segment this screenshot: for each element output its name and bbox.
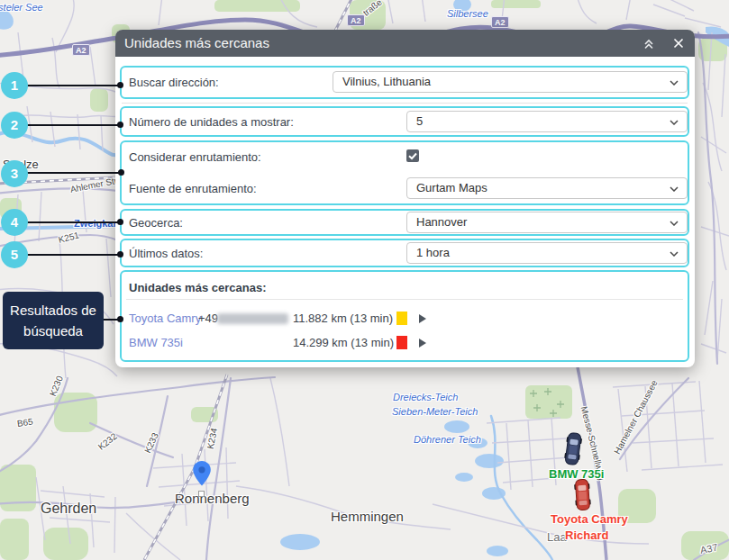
check-icon [406, 149, 419, 162]
unit-phone-prefix: +49 [198, 312, 218, 325]
map-label-k232: K232 [96, 431, 119, 452]
unit-count-select[interactable]: 5 [406, 111, 688, 132]
callout-badge-2: 2 [1, 112, 28, 139]
road-shield-a2: A2 [72, 44, 90, 56]
routing-source-label: Fuente de enrutamiento: [129, 182, 257, 195]
map-label-a37: A37 [699, 542, 718, 555]
callout-badge-3: 3 [1, 160, 28, 187]
chevron-down-icon [670, 251, 679, 257]
routing-source-value: Gurtam Maps [416, 181, 488, 194]
address-combobox[interactable]: Vilnius, Lithuania [333, 71, 688, 93]
callout-line-2 [25, 124, 120, 126]
routing-checkbox[interactable] [406, 149, 419, 162]
map-label-ronnenberg: Ronnenberg [175, 491, 250, 506]
row-divider [122, 103, 688, 104]
map-label-k234: K234 [205, 428, 220, 450]
address-value: Vilnius, Lithuania [342, 75, 431, 88]
phone-number-redacted [217, 313, 288, 324]
routing-source-select[interactable]: Gurtam Maps [406, 177, 688, 199]
map-label-b65: B65 [16, 417, 33, 429]
map-label-richard: Richard [565, 528, 608, 542]
unit-distance: 11.882 km (13 min) [293, 312, 393, 325]
geofence-value: Hannover [416, 215, 467, 229]
chevron-double-up-icon[interactable] [642, 37, 655, 50]
callout-dot-5 [117, 251, 123, 257]
map-label-gehrden: Gehrden [41, 501, 96, 517]
map-label-k233: K233 [142, 431, 160, 455]
pin-base-marker [198, 491, 205, 497]
geofence-select[interactable]: Hannover [406, 212, 688, 233]
map-label-laa: Laa [547, 530, 567, 544]
toyota-car-icon[interactable] [573, 477, 593, 512]
callout-badge-4: 4 [1, 209, 28, 236]
field-geofence: Geocerca: Hannover [120, 209, 689, 236]
road-shield-a2: A2 [347, 14, 365, 26]
results-panel: Unidades más cercanas: Toyota Camry +49 … [120, 270, 689, 362]
search-address-label: Buscar dirección: [129, 76, 219, 89]
last-data-value: 1 hora [416, 246, 450, 259]
play-icon[interactable] [419, 339, 426, 348]
chevron-down-icon [670, 221, 679, 226]
unit-color-swatch [396, 312, 407, 325]
map-label-sieben-meter-teich: Sieben-Meter-Teich [392, 406, 478, 417]
map-label-osteler-see: osteler See [0, 2, 43, 13]
map-label-toyota-camry: Toyota Camry [551, 512, 628, 526]
map-label-d-hrener-teich: Döhrener Teich [414, 434, 481, 445]
callout-line-3 [25, 172, 122, 174]
field-routing-group: Considerar enrutamiento: Fuente de enrut… [120, 140, 689, 205]
map-label-hamelner-chaussee: Hamelner Chaussee [612, 378, 660, 456]
map-pin-icon[interactable] [192, 460, 212, 487]
app-screen: osteler SeeSilberseeDreiecks-TeichSieben… [0, 0, 729, 560]
unit-link-bmw[interactable]: BMW 735i [129, 336, 183, 349]
callout-dot-3 [118, 169, 124, 176]
field-search-address: Buscar dirección: Vilnius, Lithuania [120, 66, 689, 99]
map-label-k251: K251 [58, 230, 80, 245]
last-data-label: Últimos datos: [129, 247, 203, 260]
road-shield-a2: A2 [491, 16, 509, 28]
nearest-units-dialog: Unidades más cercanas Buscar dirección: … [115, 30, 695, 367]
callout-dot-1 [117, 82, 123, 88]
map-label-k230: K230 [48, 375, 65, 398]
unit-distance: 14.299 km (13 min) [293, 336, 394, 349]
unit-color-swatch [396, 336, 407, 349]
callout-line-1 [25, 85, 120, 86]
search-results-label: Resultados de búsqueda [3, 292, 104, 349]
result-row: Toyota Camry +49 11.882 km (13 min) [122, 312, 688, 326]
geofence-label: Geocerca: [129, 216, 183, 230]
result-row: BMW 735i 14.299 km (13 min) [122, 336, 688, 350]
last-data-select[interactable]: 1 hora [406, 242, 688, 264]
callout-dot-results [117, 316, 123, 322]
play-icon[interactable] [419, 314, 426, 323]
close-icon[interactable] [672, 37, 685, 50]
routing-label: Considerar enrutamiento: [129, 150, 261, 164]
chevron-down-icon [670, 186, 679, 192]
unit-count-label: Número de unidades a mostrar: [129, 115, 294, 129]
results-title: Unidades más cercanas: [129, 281, 266, 294]
map-label-dreiecks-teich: Dreiecks-Teich [393, 392, 458, 402]
chevron-down-icon [670, 120, 679, 125]
dialog-header: Unidades más cercanas [115, 30, 695, 57]
field-unit-count: Número de unidades a mostrar: 5 [120, 106, 689, 137]
callout-dot-2 [117, 122, 123, 128]
map-label-hemmingen: Hemmingen [331, 509, 404, 524]
field-last-data: Últimos datos: 1 hora [120, 239, 689, 267]
callout-badge-5: 5 [1, 241, 28, 268]
unit-count-value: 5 [416, 114, 423, 128]
unit-link-toyota[interactable]: Toyota Camry [129, 312, 201, 325]
callout-line-5 [25, 254, 120, 256]
callout-badge-1: 1 [1, 72, 28, 99]
callout-line-4 [25, 221, 120, 223]
dialog-title: Unidades más cercanas [124, 30, 269, 57]
map-label-silbersee: Silbersee [447, 8, 488, 19]
results-divider [126, 299, 683, 300]
callout-dot-4 [117, 219, 123, 225]
chevron-down-icon [670, 80, 679, 86]
map-label-ahlemer-str: Ahlemer Str [69, 176, 118, 194]
